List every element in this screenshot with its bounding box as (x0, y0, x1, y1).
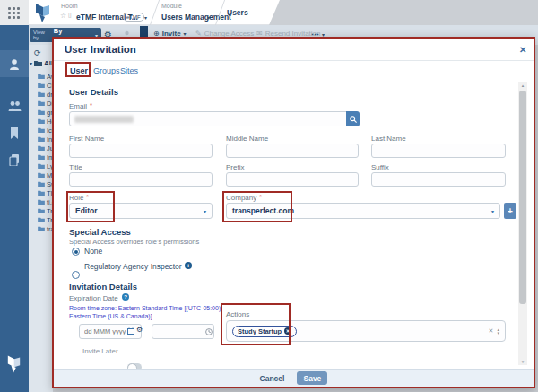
folder-icon (38, 109, 45, 115)
room-type-badge: eTMF (123, 13, 144, 22)
invite-caret-icon: ▾ (184, 30, 187, 37)
radio-none[interactable] (72, 248, 80, 256)
tree-item[interactable]: Av (38, 72, 53, 81)
refresh-icon[interactable]: ⟳ (34, 48, 41, 57)
tree-item[interactable]: ti.c (38, 197, 53, 206)
prefix-label: Prefix (226, 163, 244, 171)
module-selector[interactable]: Users Management (161, 13, 231, 22)
clear-icon[interactable]: ✕ (489, 327, 494, 335)
module-caret-icon[interactable]: ▾ (207, 14, 210, 21)
role-label: Role (69, 194, 83, 202)
suffix-field[interactable] (371, 172, 506, 187)
folder-icon (38, 163, 45, 169)
tree-item[interactable]: Int (38, 135, 53, 144)
actions-chip[interactable]: Study Startup ✕ (232, 326, 297, 337)
title-label: Title (69, 163, 82, 171)
rail-item-bookmarks[interactable] (0, 127, 29, 139)
users-crumb[interactable]: Users (227, 8, 248, 17)
radio-none-label: None (84, 247, 102, 256)
search-icon (350, 116, 357, 123)
actions-multiselect[interactable]: Study Startup ✕ ✕ ▴ ▾ (226, 320, 506, 342)
view-by-label: View by (33, 30, 51, 40)
room-caret-icon[interactable]: ▾ (144, 14, 147, 21)
tree-item[interactable]: Ho (38, 117, 53, 126)
bookmark-icon (10, 127, 19, 139)
tree-item[interactable]: Ch (38, 81, 53, 90)
app-grid-tile[interactable] (0, 0, 29, 25)
header-divider (150, 0, 160, 25)
tab-groups[interactable]: Groups (93, 66, 120, 75)
scroll-down-icon[interactable]: ▾ (518, 359, 527, 364)
tree-item[interactable]: Tra (38, 215, 53, 224)
folder-icon (38, 190, 45, 196)
title-field[interactable] (69, 172, 213, 187)
cancel-button[interactable]: Cancel (260, 374, 285, 383)
role-dropdown[interactable]: Editor ▾ (69, 203, 213, 219)
rail-item-users[interactable] (0, 50, 29, 77)
tree-item[interactable]: dr (38, 90, 53, 99)
first-name-field[interactable] (69, 144, 213, 158)
middle-name-field[interactable] (226, 144, 359, 158)
tree-item[interactable]: Di (38, 99, 53, 108)
star-icon[interactable]: ☆ (60, 12, 66, 20)
expiration-time-field[interactable] (152, 324, 214, 339)
prefix-field[interactable] (226, 172, 359, 187)
role-value: Editor (75, 206, 204, 215)
date-gear-icon[interactable]: ⚙ (136, 326, 143, 334)
tree-expand-icon[interactable]: ▾ (30, 60, 32, 66)
question-icon[interactable]: ? (122, 293, 129, 301)
spinner-down-icon[interactable]: ▾ (497, 331, 499, 335)
tree-item[interactable]: tra (38, 224, 53, 233)
scroll-up-icon[interactable]: ▴ (518, 83, 527, 88)
modal-scrollbar[interactable]: ▴ ▾ (518, 82, 527, 365)
pages-icon (9, 154, 20, 166)
tree-item[interactable]: TI (38, 188, 53, 197)
tree-item[interactable]: Tra (38, 206, 53, 215)
calendar-icon[interactable] (127, 327, 134, 335)
company-value: transperfect.com (232, 206, 491, 215)
room-label: Room (61, 3, 78, 9)
tree-item[interactable]: Mil (38, 170, 53, 179)
last-name-field[interactable] (371, 144, 506, 158)
tab-sites[interactable]: Sites (120, 66, 138, 75)
app-grid-icon (8, 7, 20, 19)
email-search-button[interactable] (346, 111, 360, 126)
invitation-details-heading: Invitation Details (69, 282, 137, 292)
first-name-label: First Name (69, 135, 104, 143)
person-icon (9, 58, 20, 70)
chip-remove-icon[interactable]: ✕ (284, 327, 291, 335)
close-icon[interactable]: ✕ (519, 45, 526, 55)
user-details-heading: User Details (69, 87, 118, 97)
add-company-button[interactable]: + (504, 203, 516, 219)
timezone-note: Room time zone: Eastern Standard Time [(… (69, 305, 239, 320)
radio-inspector[interactable] (72, 271, 80, 279)
modal-title: User Invitation (65, 44, 136, 55)
tree-item[interactable]: Ice (38, 126, 53, 135)
last-name-label: Last Name (371, 135, 406, 143)
save-button[interactable]: Save (297, 371, 327, 385)
rail-item-groups[interactable] (0, 100, 29, 111)
tree-item[interactable]: Lyn (38, 161, 53, 170)
company-tree-panel: ⟳ ▾ All Av Ch dr Di gm Ho Ice Int Jus Im… (29, 45, 53, 392)
rail-item-documents[interactable] (0, 154, 29, 166)
tree-item[interactable]: gm (38, 108, 53, 117)
group-icon (8, 100, 22, 111)
scrollbar-thumb[interactable] (519, 91, 526, 304)
tree-item[interactable]: Jus (38, 144, 53, 152)
module-label: Module (161, 3, 182, 9)
tree-item[interactable]: Sw (38, 179, 53, 188)
actions-label: Actions (226, 310, 249, 318)
doc-icon: ▯ (68, 12, 72, 19)
folder-icon (38, 91, 45, 97)
required-asterisk: * (259, 193, 262, 201)
required-asterisk: * (86, 193, 89, 201)
left-icon-rail (0, 25, 29, 392)
tree-item[interactable]: Iml (38, 152, 53, 161)
tab-user[interactable]: User (70, 66, 88, 75)
role-caret-icon: ▾ (204, 208, 206, 214)
company-dropdown[interactable]: transperfect.com ▾ (226, 203, 500, 219)
modal-divider (54, 60, 534, 61)
info-icon[interactable]: i (185, 262, 192, 269)
tree-root-all[interactable]: ▾ All (30, 59, 53, 67)
email-field[interactable] (69, 111, 359, 126)
